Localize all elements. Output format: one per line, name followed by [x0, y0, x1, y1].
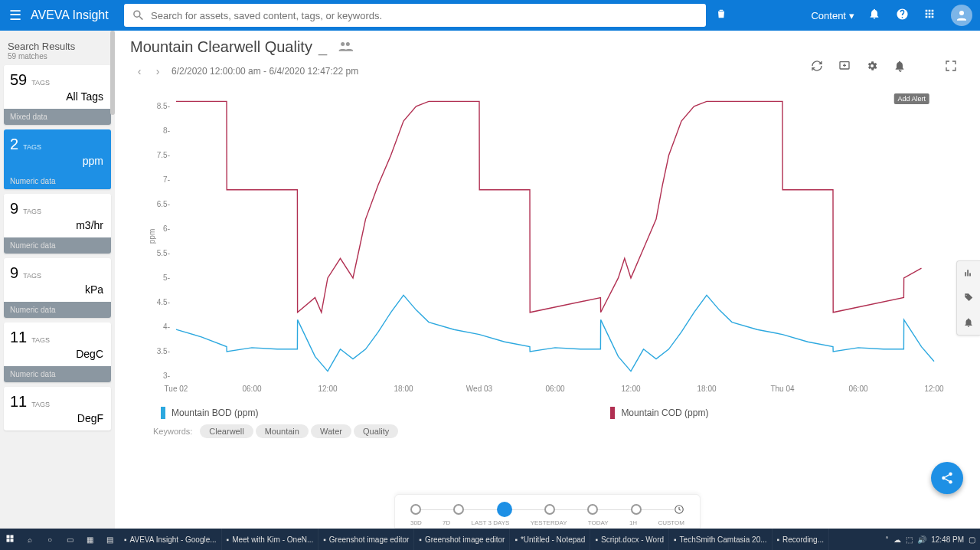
svg-point-2 — [346, 42, 350, 46]
tb-app1[interactable]: ▦ — [80, 535, 100, 544]
keyword-chip[interactable]: Quality — [354, 424, 398, 438]
refresh-icon[interactable] — [811, 60, 823, 86]
content-dropdown[interactable]: Content ▾ — [805, 10, 861, 21]
svg-text:8-: 8- — [163, 126, 170, 135]
time-option[interactable] — [497, 502, 512, 517]
chart-panel-icon[interactable] — [957, 261, 980, 286]
tray-vol-icon[interactable]: 🔊 — [917, 535, 926, 544]
search-icon — [132, 8, 145, 22]
taskbar-item[interactable]: ▪TechSmith Camtasia 20... — [669, 529, 772, 550]
svg-text:18:00: 18:00 — [697, 385, 716, 393]
svg-text:3.5-: 3.5- — [157, 347, 170, 355]
search-taskbar-icon[interactable]: ⌕ — [20, 535, 40, 544]
keyword-chip[interactable]: Clearwell — [200, 424, 253, 438]
svg-text:Thu 04: Thu 04 — [770, 385, 795, 393]
start-icon[interactable] — [0, 534, 20, 545]
tray-clock[interactable]: 12:48 PM — [931, 535, 964, 544]
tag-card[interactable]: 59TAGS All TagsMixed data — [4, 65, 111, 125]
time-option[interactable] — [453, 504, 464, 515]
nav-prev[interactable]: ‹ — [130, 65, 149, 77]
time-selector[interactable]: 30D7DLAST 3 DAYSYESTERDAYTODAY1HCUSTOM — [394, 494, 701, 529]
svg-text:Tue 02: Tue 02 — [165, 385, 188, 393]
share-people-icon[interactable] — [338, 41, 353, 54]
legend: Mountain BOD (ppm) Mountain COD (ppm) — [153, 407, 957, 419]
keyword-chip[interactable]: Mountain — [256, 424, 309, 438]
time-option[interactable] — [631, 504, 642, 515]
keyword-chip[interactable]: Water — [311, 424, 351, 438]
notifications-icon[interactable] — [861, 8, 888, 23]
tray-up-icon[interactable]: ˄ — [885, 535, 889, 544]
page-title: Mountain Clearwell Quality — [130, 38, 312, 56]
svg-point-30 — [942, 476, 946, 480]
svg-text:6-: 6- — [163, 224, 170, 233]
sidebar-title: Search Results — [4, 37, 111, 52]
time-option[interactable] — [544, 504, 555, 515]
settings-icon[interactable] — [866, 60, 878, 86]
tag-card[interactable]: 9TAGS m3/hrNumeric data — [4, 194, 111, 254]
tray-notif-icon[interactable]: ▢ — [969, 535, 975, 544]
chevron-down-icon: ▾ — [849, 10, 854, 21]
apps-icon[interactable] — [916, 8, 943, 23]
menu-icon[interactable]: ☰ — [0, 7, 31, 24]
keywords-row: Keywords: Clearwell Mountain Water Quali… — [153, 427, 957, 436]
svg-text:12:00: 12:00 — [924, 385, 943, 393]
tag-card[interactable]: 2TAGS ppmNumeric data — [4, 129, 111, 189]
svg-text:7-: 7- — [163, 175, 170, 184]
taskbar-item[interactable]: ▪AVEVA Insight - Google... — [119, 529, 222, 550]
svg-point-31 — [949, 480, 952, 484]
svg-text:8.5-: 8.5- — [157, 102, 170, 110]
search-box[interactable] — [124, 4, 706, 27]
legend-item-1[interactable]: Mountain BOD (ppm) — [161, 407, 258, 419]
svg-text:7.5-: 7.5- — [157, 151, 170, 159]
taskbar-item[interactable]: ▪Script.docx - Word — [590, 529, 669, 550]
cursor: _ — [318, 38, 327, 56]
tb-app2[interactable]: ▤ — [100, 535, 119, 544]
nav-next[interactable]: › — [149, 65, 167, 77]
time-option[interactable] — [587, 504, 598, 515]
taskbar-item[interactable]: ▪Recording... — [773, 529, 829, 550]
svg-text:18:00: 18:00 — [394, 385, 413, 393]
taskbar-item[interactable]: ▪Greenshot image editor — [318, 529, 414, 550]
avatar[interactable] — [951, 5, 972, 26]
share-fab[interactable] — [931, 462, 963, 494]
taskbar-item[interactable]: ▪Meet with Kim - OneN... — [222, 529, 319, 550]
tag-panel-icon[interactable] — [957, 286, 980, 310]
taskbar: ⌕ ○ ▭ ▦ ▤ ▪AVEVA Insight - Google...▪Mee… — [0, 529, 980, 550]
sidebar: Search Results 59 matches 59TAGS All Tag… — [0, 31, 115, 529]
svg-text:4-: 4- — [163, 322, 170, 331]
svg-text:ppm: ppm — [148, 229, 156, 244]
tag-card[interactable]: 11TAGS DegF — [4, 387, 111, 431]
alert-panel-icon[interactable] — [957, 310, 980, 335]
side-panel-toggles — [956, 260, 980, 336]
delete-icon[interactable] — [706, 8, 737, 23]
svg-text:12:00: 12:00 — [318, 385, 337, 393]
tray-net-icon[interactable]: ⬚ — [906, 535, 913, 544]
taskview-icon[interactable]: ▭ — [60, 535, 80, 544]
taskbar-item[interactable]: ▪Greenshot image editor — [414, 529, 510, 550]
svg-text:06:00: 06:00 — [848, 385, 867, 393]
svg-point-1 — [341, 42, 345, 46]
svg-point-0 — [959, 11, 964, 15]
tag-card[interactable]: 9TAGS kPaNumeric data — [4, 258, 111, 318]
time-option[interactable] — [410, 504, 421, 515]
tray-cloud-icon[interactable]: ☁ — [893, 535, 901, 544]
svg-text:5.5-: 5.5- — [157, 249, 170, 257]
svg-text:Wed 03: Wed 03 — [466, 385, 493, 393]
svg-text:4.5-: 4.5- — [157, 298, 170, 306]
add-alert-icon[interactable]: Add Alert — [893, 60, 929, 86]
svg-text:06:00: 06:00 — [242, 385, 261, 393]
taskbar-item[interactable]: ▪*Untitled - Notepad — [510, 529, 590, 550]
cortana-icon[interactable]: ○ — [40, 535, 60, 544]
legend-item-2[interactable]: Mountain COD (ppm) — [610, 407, 708, 419]
fullscreen-icon[interactable] — [945, 60, 957, 86]
svg-point-29 — [949, 473, 952, 476]
help-icon[interactable] — [888, 8, 916, 24]
chart[interactable]: 3-3.5-4-4.5-5-5.5-6-6.5-7-7.5-8-8.5-ppmT… — [130, 93, 957, 399]
search-input[interactable] — [151, 10, 698, 21]
svg-text:06:00: 06:00 — [545, 385, 564, 393]
tag-card[interactable]: 11TAGS DegCNumeric data — [4, 322, 111, 382]
app-header: ☰ AVEVA Insight Content ▾ — [0, 0, 980, 31]
add-to-dashboard-icon[interactable] — [838, 60, 851, 86]
time-option[interactable] — [674, 504, 684, 515]
date-range: 6/2/2020 12:00:00 am - 6/4/2020 12:47:22… — [172, 66, 358, 77]
